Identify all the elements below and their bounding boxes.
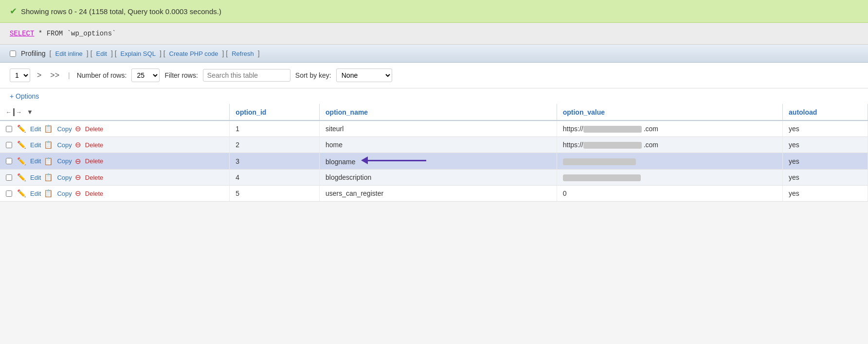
blurred-value xyxy=(583,142,642,149)
last-page-button[interactable]: >> xyxy=(48,70,61,81)
cell-option-id: 4 xyxy=(230,170,320,186)
cell-option-name: siteurl xyxy=(320,120,557,137)
table-row: ✏️ Edit 📋 Copy ⊖ Delete 2homehttps:// .c… xyxy=(0,137,868,153)
refresh-link[interactable]: Refresh xyxy=(232,50,254,57)
cell-autoload: yes xyxy=(783,153,868,170)
edit-inline-link[interactable]: Edit inline xyxy=(55,50,82,57)
copy-icon-3: 📋 xyxy=(44,157,53,166)
cell-autoload: yes xyxy=(783,120,868,137)
cell-option-value: https:// .com xyxy=(557,137,782,153)
page-select[interactable]: 1 2 3 xyxy=(10,69,30,82)
cell-option-id: 3 xyxy=(230,153,320,170)
edit-link[interactable]: Edit xyxy=(96,50,107,57)
copy-icon-5: 📋 xyxy=(44,189,53,198)
column-resize-icon[interactable]: ← → xyxy=(6,108,22,116)
cell-option-name: home xyxy=(320,137,557,153)
sql-display: SELECT * FROM `wp_options` xyxy=(0,23,868,45)
row-checkbox-2[interactable] xyxy=(6,142,12,148)
edit-icon-3: ✏️ xyxy=(17,157,26,166)
edit-button-3[interactable]: Edit xyxy=(30,157,41,165)
cell-option-id: 2 xyxy=(230,137,320,153)
options-toggle[interactable]: + Options xyxy=(0,88,868,104)
delete-button-4[interactable]: Delete xyxy=(85,174,104,181)
row-checkbox-3[interactable] xyxy=(6,158,12,164)
sort-desc-arrow[interactable]: ▼ xyxy=(27,108,33,116)
explain-sql-link[interactable]: Explain SQL xyxy=(121,50,156,57)
edit-button-1[interactable]: Edit xyxy=(30,125,41,133)
delete-button-5[interactable]: Delete xyxy=(85,190,104,197)
arrow-annotation xyxy=(361,156,426,164)
edit-icon-1: ✏️ xyxy=(17,124,26,133)
cell-option-value: 0 xyxy=(557,186,782,202)
copy-button-4[interactable]: Copy xyxy=(57,174,72,181)
blurred-value xyxy=(583,126,642,133)
success-banner: ✔ Showing rows 0 - 24 (1158 total, Query… xyxy=(0,0,868,23)
col-header-option-name: option_name xyxy=(320,104,557,120)
arrow-line xyxy=(368,160,426,161)
col-header-autoload: autoload xyxy=(783,104,868,120)
table-row: ✏️ Edit 📋 Copy ⊖ Delete 4blogdescription… xyxy=(0,170,868,186)
col-header-actions: ← → ▼ xyxy=(0,104,230,120)
rows-label: Number of rows: xyxy=(77,71,127,79)
sql-keyword: SELECT xyxy=(10,30,34,37)
profiling-label: Profiling xyxy=(21,50,46,57)
blurred-value xyxy=(563,174,641,181)
cell-option-id: 1 xyxy=(230,120,320,137)
rows-select[interactable]: 25 50 100 xyxy=(131,69,160,82)
edit-icon-4: ✏️ xyxy=(17,173,26,182)
cell-option-value xyxy=(557,170,782,186)
cell-autoload: yes xyxy=(783,170,868,186)
copy-button-1[interactable]: Copy xyxy=(57,125,72,133)
table-row: ✏️ Edit 📋 Copy ⊖ Delete 5users_can_regis… xyxy=(0,186,868,202)
success-icon: ✔ xyxy=(10,6,17,17)
copy-button-2[interactable]: Copy xyxy=(57,141,72,149)
blurred-value xyxy=(563,158,636,165)
edit-button-4[interactable]: Edit xyxy=(30,174,41,181)
profiling-bar: Profiling [ Edit inline ] [ Edit ] [ Exp… xyxy=(0,45,868,63)
edit-button-2[interactable]: Edit xyxy=(30,141,41,149)
actions-cell: ✏️ Edit 📋 Copy ⊖ Delete xyxy=(0,120,230,137)
delete-button-2[interactable]: Delete xyxy=(85,141,104,149)
data-table: ← → ▼ option_id option_name option_value… xyxy=(0,104,868,202)
delete-icon-1: ⊖ xyxy=(75,124,81,133)
actions-cell: ✏️ Edit 📋 Copy ⊖ Delete xyxy=(0,186,230,202)
cell-option-name: blogdescription xyxy=(320,170,557,186)
copy-button-5[interactable]: Copy xyxy=(57,190,72,197)
pagination-bar: 1 2 3 > >> | Number of rows: 25 50 100 F… xyxy=(0,63,868,88)
copy-icon-4: 📋 xyxy=(44,173,53,182)
delete-button-3[interactable]: Delete xyxy=(85,157,104,165)
edit-icon-5: ✏️ xyxy=(17,189,26,198)
table-header-row: ← → ▼ option_id option_name option_value… xyxy=(0,104,868,120)
actions-cell: ✏️ Edit 📋 Copy ⊖ Delete xyxy=(0,137,230,153)
delete-icon-4: ⊖ xyxy=(75,173,81,182)
copy-icon-2: 📋 xyxy=(44,140,53,149)
sql-rest: * FROM `wp_options` xyxy=(34,30,116,37)
filter-label: Filter rows: xyxy=(164,71,198,79)
cell-autoload: yes xyxy=(783,186,868,202)
delete-icon-5: ⊖ xyxy=(75,189,81,198)
cell-option-name: users_can_register xyxy=(320,186,557,202)
cell-option-name: blogname xyxy=(320,153,557,170)
table-row: ✏️ Edit 📋 Copy ⊖ Delete 3blogname yes xyxy=(0,153,868,170)
delete-button-1[interactable]: Delete xyxy=(85,125,104,133)
banner-text: Showing rows 0 - 24 (1158 total, Query t… xyxy=(21,7,221,16)
sort-label: Sort by key: xyxy=(295,71,331,79)
edit-icon-2: ✏️ xyxy=(17,140,26,149)
cell-autoload: yes xyxy=(783,137,868,153)
create-php-code-link[interactable]: Create PHP code xyxy=(169,50,218,57)
row-checkbox-5[interactable] xyxy=(6,190,12,197)
sort-select[interactable]: None PRIMARY option_name xyxy=(336,69,392,82)
edit-button-5[interactable]: Edit xyxy=(30,190,41,197)
delete-icon-3: ⊖ xyxy=(75,157,81,166)
copy-button-3[interactable]: Copy xyxy=(57,157,72,165)
search-input[interactable] xyxy=(203,69,290,82)
copy-icon-1: 📋 xyxy=(44,124,53,133)
delete-icon-2: ⊖ xyxy=(75,140,81,149)
next-page-button[interactable]: > xyxy=(35,70,43,81)
arrow-head xyxy=(361,156,368,164)
row-checkbox-1[interactable] xyxy=(6,126,12,132)
row-checkbox-4[interactable] xyxy=(6,174,12,181)
cell-option-value: https:// .com xyxy=(557,120,782,137)
profiling-checkbox[interactable] xyxy=(10,51,16,57)
col-header-option-id: option_id xyxy=(230,104,320,120)
